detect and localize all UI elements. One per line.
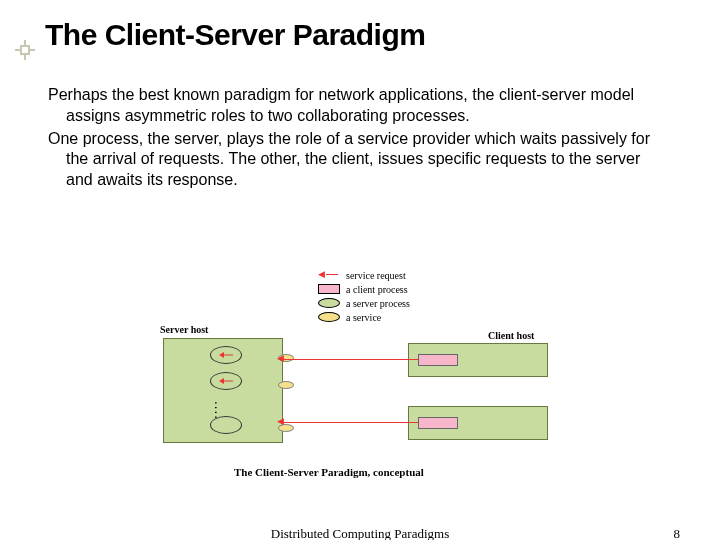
legend-label: a client process (346, 284, 408, 295)
body-text: Perhaps the best known paradigm for netw… (48, 85, 668, 193)
swatch-icon (318, 284, 340, 294)
diagram: service request a client process a serve… (158, 268, 568, 488)
server-process-icon (210, 346, 242, 364)
paragraph-2: One process, the server, plays the role … (48, 129, 668, 191)
request-line-icon (283, 422, 418, 423)
server-host-label: Server host (160, 324, 208, 335)
client-process-icon (418, 417, 458, 429)
server-process-icon (210, 372, 242, 390)
page-number: 8 (674, 526, 681, 540)
legend-label: service request (346, 270, 406, 281)
client-host-label: Client host (488, 330, 534, 341)
svg-rect-2 (21, 46, 29, 54)
server-process-icon (210, 416, 242, 434)
svg-marker-4 (219, 352, 224, 358)
paragraph-1: Perhaps the best known paradigm for netw… (48, 85, 668, 127)
title-bullet-icon (15, 40, 35, 60)
legend-row-client: a client process (318, 282, 410, 296)
slide-title: The Client-Server Paradigm (45, 18, 425, 52)
request-line-icon (283, 359, 418, 360)
legend-row-request: service request (318, 268, 410, 282)
legend: service request a client process a serve… (318, 268, 410, 324)
client-process-icon (418, 354, 458, 366)
svg-marker-6 (219, 378, 224, 384)
footer-title: Distributed Computing Paradigms (271, 526, 449, 540)
service-icon (278, 381, 294, 389)
legend-row-server: a server process (318, 296, 410, 310)
legend-label: a server process (346, 298, 410, 309)
arrow-icon (318, 270, 340, 280)
swatch-icon (318, 298, 340, 308)
diagram-caption: The Client-Server Paradigm, conceptual (234, 466, 424, 478)
legend-row-service: a service (318, 310, 410, 324)
legend-label: a service (346, 312, 381, 323)
swatch-icon (318, 312, 340, 322)
